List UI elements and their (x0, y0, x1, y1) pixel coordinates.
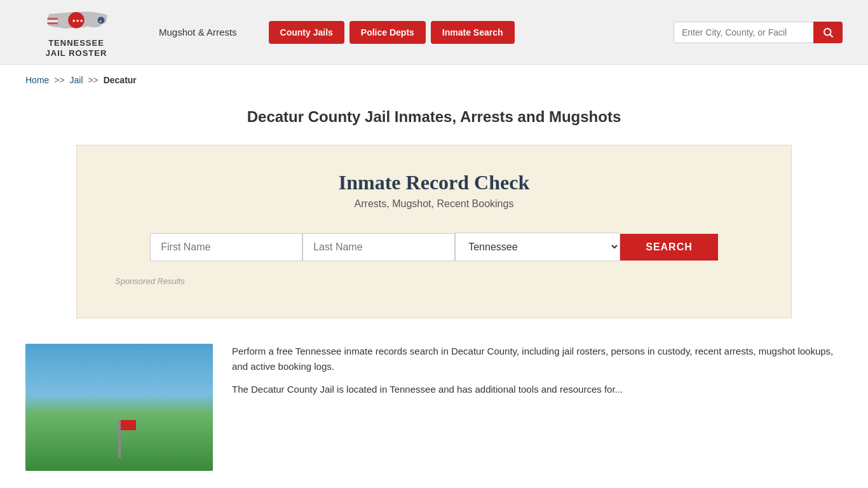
logo-text: TENNESSEE JAIL ROSTER (46, 38, 107, 58)
header-search-area (674, 22, 843, 43)
svg-line-9 (830, 34, 832, 37)
record-check-title: Inmate Record Check (115, 171, 753, 194)
first-name-input[interactable] (150, 233, 302, 261)
logo-map-icon: ★★★ ★ (41, 6, 111, 38)
inmate-search-button-form[interactable]: SEARCH (620, 234, 718, 261)
mugshot-arrests-link[interactable]: Mugshot & Arrests (159, 27, 237, 37)
police-depts-button[interactable]: Police Depts (349, 21, 426, 44)
county-image (25, 344, 213, 471)
page-title: Decatur County Jail Inmates, Arrests and… (0, 95, 868, 145)
svg-rect-4 (48, 20, 58, 22)
sponsored-label: Sponsored Results (115, 276, 753, 286)
search-icon (822, 27, 834, 38)
breadcrumb: Home >> Jail >> Decatur (0, 65, 868, 95)
breadcrumb-jail[interactable]: Jail (70, 75, 83, 85)
breadcrumb-home[interactable]: Home (25, 75, 49, 85)
flag-icon (118, 420, 121, 458)
bottom-description: Perform a free Tennessee inmate records … (232, 344, 843, 405)
inmate-search-form: Tennessee Alabama Alaska Arizona Arkansa… (115, 233, 753, 261)
county-jails-button[interactable]: County Jails (269, 21, 344, 44)
state-select[interactable]: Tennessee Alabama Alaska Arizona Arkansa… (455, 233, 620, 261)
breadcrumb-sep2: >> (88, 75, 98, 85)
svg-rect-5 (48, 22, 58, 24)
svg-text:★★★: ★★★ (72, 18, 83, 24)
record-check-section: Inmate Record Check Arrests, Mugshot, Re… (76, 145, 792, 318)
description-paragraph-1: Perform a free Tennessee inmate records … (232, 344, 843, 374)
bottom-content: Perform a free Tennessee inmate records … (0, 344, 868, 488)
svg-rect-3 (48, 18, 58, 20)
description-paragraph-2: The Decatur County Jail is located in Te… (232, 382, 843, 397)
header-search-input[interactable] (674, 22, 813, 43)
record-check-subtitle: Arrests, Mugshot, Recent Bookings (115, 198, 753, 210)
logo[interactable]: ★★★ ★ TENNESSEE JAIL ROSTER (25, 6, 127, 58)
svg-point-8 (824, 29, 831, 36)
header-search-button[interactable] (813, 22, 843, 43)
inmate-search-button[interactable]: Inmate Search (431, 21, 515, 44)
breadcrumb-sep1: >> (54, 75, 64, 85)
header: ★★★ ★ TENNESSEE JAIL ROSTER Mugshot & Ar… (0, 0, 868, 65)
breadcrumb-current: Decatur (104, 75, 137, 85)
last-name-input[interactable] (302, 233, 455, 261)
nav-buttons: County Jails Police Depts Inmate Search (269, 21, 515, 44)
